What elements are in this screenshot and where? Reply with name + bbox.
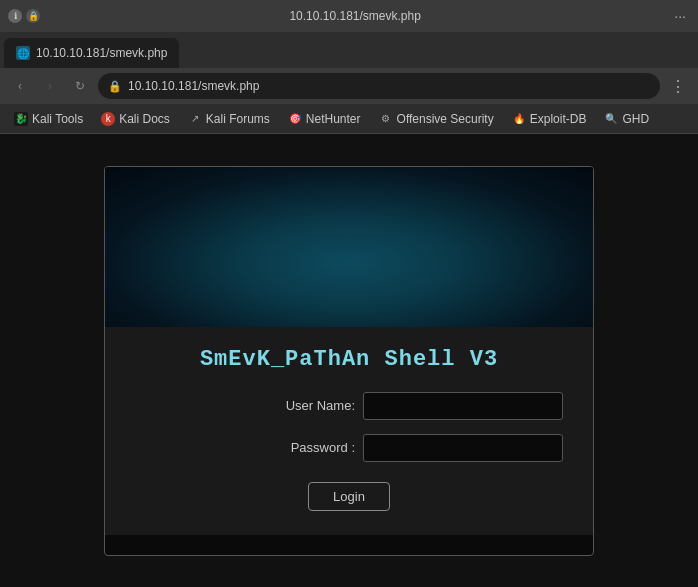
tab-title: 10.10.10.181/smevk.php — [36, 46, 167, 60]
address-text: 10.10.10.181/smevk.php — [128, 79, 259, 93]
kali-forums-icon: ↗ — [188, 112, 202, 126]
login-panel: SmEvK_PaThAn Shell V3 User Name: Passwor… — [104, 166, 594, 556]
bookmark-ghdb[interactable]: 🔍 GHD — [596, 109, 657, 129]
password-input[interactable] — [363, 434, 563, 462]
kali-tools-icon: 🐉 — [14, 112, 28, 126]
username-label: User Name: — [265, 398, 355, 413]
nethunter-icon: 🎯 — [288, 112, 302, 126]
window-icon-info: ℹ — [8, 9, 22, 23]
reload-button[interactable]: ↻ — [68, 74, 92, 98]
offensive-security-text: Offensive Security — [397, 112, 494, 126]
bookmark-kali-forums[interactable]: ↗ Kali Forums — [180, 109, 278, 129]
title-bar-address: 10.10.10.181/smevk.php — [48, 9, 662, 23]
panel-body: SmEvK_PaThAn Shell V3 User Name: Passwor… — [105, 327, 593, 535]
title-bar-icons: ℹ 🔒 — [8, 9, 40, 23]
kali-docs-label: Kali Docs — [119, 112, 170, 126]
password-label: Password : — [265, 440, 355, 455]
lock-icon: 🔒 — [108, 80, 122, 93]
bookmark-kali-tools[interactable]: 🐉 Kali Tools — [6, 109, 91, 129]
bookmark-kali-docs[interactable]: k Kali Docs — [93, 109, 178, 129]
tab-bar: 🌐 10.10.10.181/smevk.php — [0, 32, 698, 68]
shell-title: SmEvK_PaThAn Shell V3 — [200, 347, 498, 372]
username-row: User Name: — [135, 392, 563, 420]
kali-tools-label: Kali Tools — [32, 112, 83, 126]
exploit-db-label: Exploit-DB — [530, 112, 587, 126]
page-content: SmEvK_PaThAn Shell V3 User Name: Passwor… — [0, 134, 698, 587]
login-button[interactable]: Login — [308, 482, 390, 511]
active-tab[interactable]: 🌐 10.10.10.181/smevk.php — [4, 38, 179, 68]
browser-chrome: ℹ 🔒 10.10.10.181/smevk.php ··· 🌐 10.10.1… — [0, 0, 698, 134]
back-button[interactable]: ‹ — [8, 74, 32, 98]
title-bar: ℹ 🔒 10.10.10.181/smevk.php ··· — [0, 0, 698, 32]
browser-menu-dots[interactable]: ⋮ — [666, 77, 690, 96]
password-row: Password : — [135, 434, 563, 462]
bookmark-nethunter[interactable]: 🎯 NetHunter — [280, 109, 369, 129]
forward-button[interactable]: › — [38, 74, 62, 98]
kali-docs-icon: k — [101, 112, 115, 126]
exploit-db-icon: 🔥 — [512, 112, 526, 126]
username-input[interactable] — [363, 392, 563, 420]
bookmarks-bar: 🐉 Kali Tools k Kali Docs ↗ Kali Forums 🎯… — [0, 104, 698, 134]
tab-favicon: 🌐 — [16, 46, 30, 60]
nethunter-label: NetHunter — [306, 112, 361, 126]
title-bar-menu[interactable]: ··· — [670, 8, 690, 24]
address-bar-row: ‹ › ↻ 🔒 10.10.10.181/smevk.php ⋮ — [0, 68, 698, 104]
bookmark-offensive-security[interactable]: ⚙ SmEvK_PaThAn Shell V3 Offensive Securi… — [371, 109, 502, 129]
ghdb-icon: 🔍 — [604, 112, 618, 126]
login-btn-row: Login — [135, 482, 563, 511]
bookmark-exploit-db[interactable]: 🔥 Exploit-DB — [504, 109, 595, 129]
ghdb-label: GHD — [622, 112, 649, 126]
kali-forums-label: Kali Forums — [206, 112, 270, 126]
offensive-security-icon: ⚙ — [379, 112, 393, 126]
address-bar[interactable]: 🔒 10.10.10.181/smevk.php — [98, 73, 660, 99]
panel-header — [105, 167, 593, 327]
window-icon-lock: 🔒 — [26, 9, 40, 23]
